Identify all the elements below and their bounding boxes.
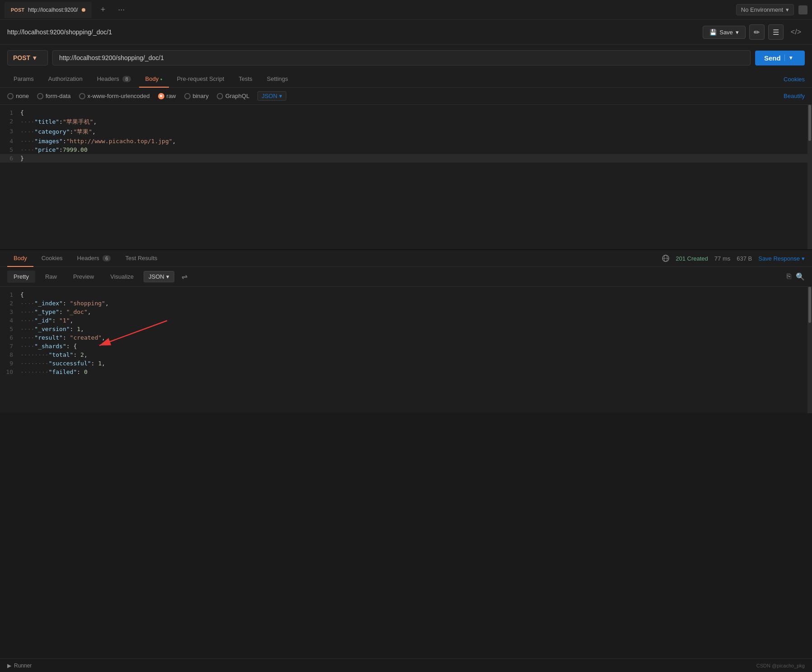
tab-authorization[interactable]: Authorization — [42, 71, 89, 88]
environment-selector[interactable]: No Environment ▾ — [736, 4, 794, 15]
code-button[interactable]: </> — [787, 26, 805, 38]
save-icon: 💾 — [709, 29, 717, 36]
format-tab-raw[interactable]: Raw — [39, 271, 63, 283]
format-tab-pretty[interactable]: Pretty — [7, 271, 35, 283]
radio-binary[interactable]: binary — [184, 93, 209, 99]
csdn-attribution: CSDN @picacho_pkg — [756, 663, 805, 668]
url-input[interactable] — [52, 50, 751, 65]
environment-label: No Environment — [741, 6, 783, 13]
address-actions: 💾 Save ▾ ✏ ☰ </> — [703, 24, 805, 40]
environment-chevron: ▾ — [786, 6, 789, 13]
radio-binary-circle — [184, 93, 191, 99]
save-response-chevron: ▾ — [802, 255, 805, 262]
response-tab-body[interactable]: Body — [7, 250, 33, 267]
address-url: http://localhost:9200/shopping/_doc/1 — [7, 28, 703, 36]
radio-x-www[interactable]: x-www-form-urlencoded — [79, 93, 150, 99]
response-format-row: Pretty Raw Preview Visualize JSON ▾ ⇌ ⎘ … — [0, 267, 812, 287]
resp-code-line-2: 2 ····"_index": "shopping", — [0, 299, 812, 308]
response-size: 637 B — [737, 255, 752, 262]
runner-icon: ▶ — [7, 663, 11, 669]
radio-none[interactable]: none — [7, 93, 29, 99]
tab-url: http://localhost:9200/ — [28, 7, 78, 13]
editor-scrollbar[interactable] — [807, 105, 812, 249]
tab-params[interactable]: Params — [7, 71, 40, 88]
response-scrollbar[interactable] — [807, 287, 812, 413]
response-tab-headers[interactable]: Headers 6 — [71, 250, 117, 267]
response-code-editor[interactable]: 1 { 2 ····"_index": "shopping", 3 ····"_… — [0, 287, 812, 413]
method-selector[interactable]: POST ▾ — [7, 50, 48, 65]
search-icon[interactable]: 🔍 — [796, 272, 805, 281]
response-format-chevron: ▾ — [166, 273, 169, 280]
send-label: Send — [764, 54, 781, 62]
method-label: POST — [13, 54, 30, 61]
response-tab-test-results[interactable]: Test Results — [119, 250, 163, 267]
save-chevron: ▾ — [736, 29, 739, 36]
resp-code-line-3: 3 ····"_type": "_doc", — [0, 308, 812, 316]
json-type-chevron: ▾ — [279, 93, 282, 99]
save-response-button[interactable]: Save Response ▾ — [758, 255, 805, 262]
code-line-6: 6 } — [0, 154, 812, 163]
runner-button[interactable]: ▶ Runner — [7, 663, 32, 669]
method-chevron: ▾ — [33, 54, 36, 61]
resp-code-line-9: 9 ········"successful": 1, — [0, 359, 812, 368]
doc-button[interactable]: ☰ — [768, 24, 784, 40]
response-tabs-row: Body Cookies Headers 6 Test Results 201 … — [0, 250, 812, 267]
globe-icon — [662, 255, 669, 262]
tab-settings[interactable]: Settings — [261, 71, 294, 88]
code-line-5: 5 ····"price":7999.00 — [0, 145, 812, 154]
format-tab-preview[interactable]: Preview — [67, 271, 100, 283]
code-line-4: 4 ····"images":"http://www.picacho.top/1… — [0, 137, 812, 145]
top-right-area: No Environment ▾ — [736, 4, 807, 15]
resp-code-line-5: 5 ····"_version": 1, — [0, 325, 812, 333]
runner-label: Runner — [14, 663, 32, 669]
grid-icon[interactable] — [798, 5, 807, 14]
radio-none-circle — [7, 93, 14, 99]
tab-tests[interactable]: Tests — [232, 71, 258, 88]
copy-icon[interactable]: ⎘ — [787, 272, 791, 281]
beautify-button[interactable]: Beautify — [784, 93, 805, 99]
cookies-link[interactable]: Cookies — [784, 76, 805, 83]
edit-button[interactable]: ✏ — [749, 24, 765, 40]
radio-graphql[interactable]: GraphQL — [217, 93, 249, 99]
doc-icon: ☰ — [773, 28, 779, 37]
response-scrollbar-thumb — [808, 287, 811, 323]
format-tab-visualize[interactable]: Visualize — [104, 271, 140, 283]
tab-pre-request-script[interactable]: Pre-request Script — [171, 71, 231, 88]
resp-code-line-4: 4 ····"_id": "1", — [0, 316, 812, 325]
json-type-selector[interactable]: JSON ▾ — [257, 91, 286, 101]
wrap-lines-icon[interactable]: ⇌ — [178, 271, 191, 283]
response-tab-cookies[interactable]: Cookies — [35, 250, 69, 267]
radio-form-data[interactable]: form-data — [37, 93, 71, 99]
scrollbar-thumb — [808, 105, 811, 141]
response-time: 77 ms — [714, 255, 730, 262]
code-line-1: 1 { — [0, 108, 812, 117]
resp-code-line-7: 7 ····"_shards": { — [0, 342, 812, 350]
resp-code-line-1: 1 { — [0, 290, 812, 299]
request-code-editor[interactable]: 1 { 2 ····"title":"苹果手机", 3 ····"categor… — [0, 105, 812, 249]
code-line-3: 3 ····"category":"苹果", — [0, 127, 812, 137]
send-chevron: ▾ — [784, 55, 792, 61]
response-status-area: 201 Created 77 ms 637 B Save Response ▾ — [662, 255, 805, 262]
response-format-selector[interactable]: JSON ▾ — [144, 271, 174, 282]
code-line-2: 2 ····"title":"苹果手机", — [0, 117, 812, 127]
save-button[interactable]: 💾 Save ▾ — [703, 26, 746, 39]
response-section: Body Cookies Headers 6 Test Results 201 … — [0, 249, 812, 413]
bottom-bar: ▶ Runner CSDN @picacho_pkg — [0, 658, 812, 672]
tab-body[interactable]: Body ● — [139, 71, 169, 88]
tab-method-badge: POST — [11, 7, 24, 13]
tab-actions: + ··· — [97, 3, 129, 16]
more-tabs-button[interactable]: ··· — [114, 3, 128, 16]
new-tab-button[interactable]: + — [97, 3, 109, 16]
resp-code-line-10: 10 ········"failed": 0 — [0, 368, 812, 376]
tab-bar: POST http://localhost:9200/ + ··· No Env… — [0, 0, 812, 20]
tab-headers[interactable]: Headers 8 — [91, 71, 137, 88]
resp-code-line-8: 8 ········"total": 2, — [0, 350, 812, 359]
save-label: Save — [719, 29, 733, 36]
request-nav-tabs: Params Authorization Headers 8 Body ● Pr… — [0, 71, 812, 88]
send-button[interactable]: Send ▾ — [755, 51, 805, 65]
radio-raw[interactable]: raw — [158, 93, 176, 99]
save-response-label: Save Response — [758, 255, 800, 262]
request-tab[interactable]: POST http://localhost:9200/ — [5, 2, 92, 18]
response-format-label: JSON — [149, 273, 164, 280]
radio-form-data-circle — [37, 93, 43, 99]
